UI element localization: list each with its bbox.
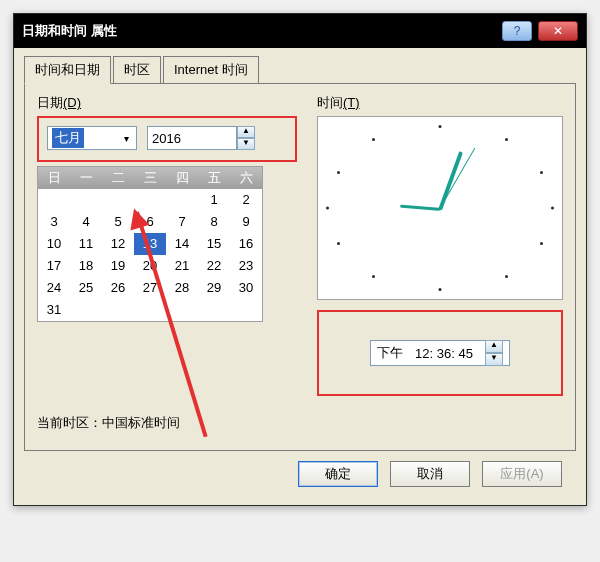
calendar-cell	[134, 189, 166, 211]
date-label-text: 日期	[37, 95, 63, 110]
calendar-cell[interactable]: 31	[38, 299, 70, 321]
calendar-header: 日 一 二 三 四 五 六	[38, 167, 262, 189]
calendar-grid: 1234567891011121314151617181920212223242…	[38, 189, 262, 321]
calendar-cell[interactable]: 7	[166, 211, 198, 233]
calendar-cell[interactable]: 28	[166, 277, 198, 299]
weekday-wed: 三	[134, 167, 166, 189]
weekday-tue: 二	[102, 167, 134, 189]
columns: 日期(D) 七月 ▾ 2016 ▲ ▼	[37, 94, 563, 396]
calendar-cell	[166, 299, 198, 321]
close-button[interactable]: ✕	[538, 21, 578, 41]
date-label: 日期(D)	[37, 94, 297, 112]
titlebar-buttons: ? ✕	[502, 21, 578, 41]
calendar-cell	[102, 189, 134, 211]
tab-timezone[interactable]: 时区	[113, 56, 161, 84]
time-label: 时间(T)	[317, 94, 563, 112]
tab-panel: 日期(D) 七月 ▾ 2016 ▲ ▼	[24, 83, 576, 451]
calendar-cell[interactable]: 5	[102, 211, 134, 233]
calendar-cell[interactable]: 17	[38, 255, 70, 277]
calendar-cell[interactable]: 29	[198, 277, 230, 299]
year-spinner[interactable]: 2016 ▲ ▼	[147, 126, 255, 150]
year-value[interactable]: 2016	[147, 126, 237, 150]
ampm-value: 下午	[377, 344, 403, 362]
timezone-value: 中国标准时间	[102, 415, 180, 430]
calendar-cell[interactable]: 13	[134, 233, 166, 255]
analog-clock	[317, 116, 563, 300]
calendar-cell[interactable]: 27	[134, 277, 166, 299]
clock-face	[326, 125, 554, 291]
window: 日期和时间 属性 ? ✕ 时间和日期 时区 Internet 时间 日期(D) …	[13, 13, 587, 506]
calendar-cell	[230, 299, 262, 321]
calendar-cell[interactable]: 25	[70, 277, 102, 299]
timezone-line: 当前时区：中国标准时间	[37, 414, 563, 432]
apply-button[interactable]: 应用(A)	[482, 461, 562, 487]
calendar-cell[interactable]: 23	[230, 255, 262, 277]
calendar-cell[interactable]: 3	[38, 211, 70, 233]
calendar-cell[interactable]: 8	[198, 211, 230, 233]
month-value: 七月	[52, 128, 84, 148]
calendar-cell[interactable]: 24	[38, 277, 70, 299]
time-value: 12: 36: 45	[415, 346, 473, 361]
titlebar: 日期和时间 属性 ? ✕	[14, 14, 586, 48]
time-column: 时间(T) 下午	[317, 94, 563, 396]
time-up-button[interactable]: ▲	[485, 340, 503, 353]
calendar-cell	[102, 299, 134, 321]
calendar-cell[interactable]: 18	[70, 255, 102, 277]
calendar-cell[interactable]: 16	[230, 233, 262, 255]
tab-time-date[interactable]: 时间和日期	[24, 56, 111, 84]
calendar-cell[interactable]: 21	[166, 255, 198, 277]
calendar-cell[interactable]: 22	[198, 255, 230, 277]
chevron-down-icon: ▾	[118, 130, 134, 146]
calendar-cell[interactable]: 19	[102, 255, 134, 277]
calendar-cell	[198, 299, 230, 321]
calendar-cell[interactable]: 10	[38, 233, 70, 255]
calendar-cell[interactable]: 6	[134, 211, 166, 233]
tab-internet-time[interactable]: Internet 时间	[163, 56, 259, 84]
calendar-cell	[70, 189, 102, 211]
date-label-accel: (D)	[63, 95, 81, 110]
calendar-cell	[38, 189, 70, 211]
calendar-cell[interactable]: 12	[102, 233, 134, 255]
calendar-cell[interactable]: 1	[198, 189, 230, 211]
year-down-button[interactable]: ▼	[237, 138, 255, 150]
window-body: 时间和日期 时区 Internet 时间 日期(D) 七月 ▾ 2	[14, 48, 586, 505]
dialog-buttons: 确定 取消 应用(A)	[24, 451, 576, 491]
time-input[interactable]: 下午 12: 36: 45 ▲ ▼	[370, 340, 510, 366]
calendar-cell[interactable]: 11	[70, 233, 102, 255]
weekday-thu: 四	[166, 167, 198, 189]
calendar-cell[interactable]: 26	[102, 277, 134, 299]
calendar-cell[interactable]: 4	[70, 211, 102, 233]
time-label-text: 时间	[317, 95, 343, 110]
calendar-cell	[70, 299, 102, 321]
weekday-mon: 一	[70, 167, 102, 189]
ok-button[interactable]: 确定	[298, 461, 378, 487]
calendar-cell[interactable]: 20	[134, 255, 166, 277]
window-title: 日期和时间 属性	[22, 22, 117, 40]
calendar-cell[interactable]: 9	[230, 211, 262, 233]
weekday-fri: 五	[198, 167, 230, 189]
year-spin-buttons: ▲ ▼	[237, 126, 255, 150]
hour-hand	[400, 205, 440, 211]
date-controls-highlight: 七月 ▾ 2016 ▲ ▼	[37, 116, 297, 162]
calendar-cell[interactable]: 2	[230, 189, 262, 211]
calendar-cell	[134, 299, 166, 321]
weekday-sat: 六	[230, 167, 262, 189]
calendar: 日 一 二 三 四 五 六 12345678910111213141516171…	[37, 166, 263, 322]
calendar-cell[interactable]: 14	[166, 233, 198, 255]
time-down-button[interactable]: ▼	[485, 353, 503, 366]
time-input-highlight: 下午 12: 36: 45 ▲ ▼	[317, 310, 563, 396]
weekday-sun: 日	[38, 167, 70, 189]
time-spin-buttons: ▲ ▼	[485, 340, 503, 366]
year-up-button[interactable]: ▲	[237, 126, 255, 138]
date-column: 日期(D) 七月 ▾ 2016 ▲ ▼	[37, 94, 297, 396]
calendar-cell	[166, 189, 198, 211]
time-label-accel: (T)	[343, 95, 360, 110]
calendar-cell[interactable]: 30	[230, 277, 262, 299]
cancel-button[interactable]: 取消	[390, 461, 470, 487]
month-dropdown[interactable]: 七月 ▾	[47, 126, 137, 150]
timezone-label: 当前时区：	[37, 415, 102, 430]
help-button[interactable]: ?	[502, 21, 532, 41]
calendar-cell[interactable]: 15	[198, 233, 230, 255]
tabs: 时间和日期 时区 Internet 时间	[24, 56, 576, 84]
